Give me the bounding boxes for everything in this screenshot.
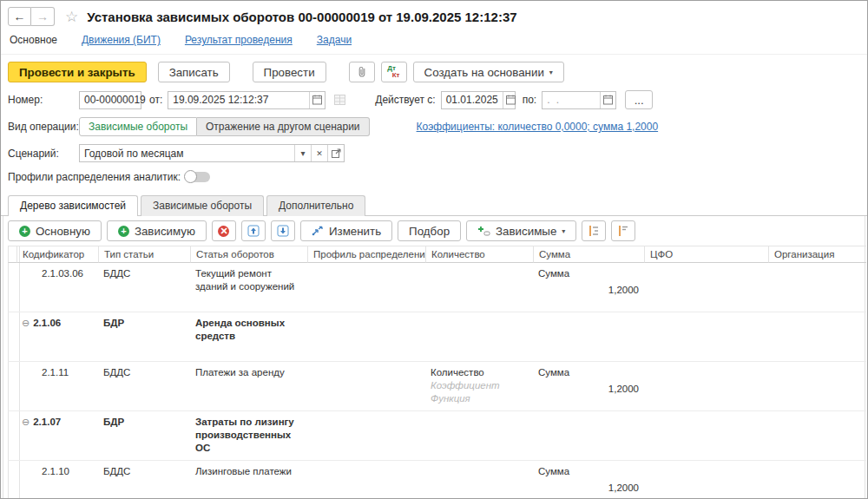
table-row[interactable]: ⊖2.1.06 БДР Аренда основных средств [8, 312, 866, 362]
save-button[interactable]: Записать [158, 62, 230, 82]
cfo-cell [644, 263, 768, 312]
valid-to-label: по: [523, 94, 537, 106]
scenario-label: Сценарий: [8, 148, 79, 160]
nav-link-tasks[interactable]: Задачи [317, 34, 352, 46]
dropdown-icon[interactable]: ▾ [294, 145, 311, 161]
tab-dependent-turnovers[interactable]: Зависимые обороты [141, 195, 264, 216]
column-header[interactable]: Кодификатор [16, 246, 98, 263]
document-window: ← → ☆ Установка зависимых оборотов 00-00… [0, 0, 868, 499]
table-header: Кодификатор Тип статьи Статья оборотов П… [8, 246, 866, 263]
document-date-field[interactable]: 19.09.2025 12:12:37 [168, 91, 326, 109]
number-field[interactable]: 00-00000019 [79, 91, 141, 109]
valid-to-field[interactable]: . . [542, 91, 616, 109]
favorite-star-icon[interactable]: ☆ [65, 8, 78, 26]
article-cell: Платежи за аренду [190, 362, 307, 411]
quantity-cell [425, 461, 533, 499]
tab-dependency-tree[interactable]: Дерево зависимостей [8, 195, 138, 216]
nav-item-main[interactable]: Основное [10, 34, 57, 46]
delete-icon: ✕ [218, 226, 229, 237]
nav-link-movements[interactable]: Движения (БИТ) [82, 34, 161, 46]
article-type-cell: БДДС [98, 461, 190, 499]
profiles-row: Профили распределения аналитик: [1, 165, 867, 186]
codifier-cell: 2.1.11 [16, 362, 98, 411]
back-arrow-icon: ← [14, 10, 26, 23]
column-header[interactable]: Сумма [533, 246, 644, 263]
table-row[interactable]: ⊖2.1.07 БДР Затраты по лизингу производс… [8, 411, 866, 461]
sum-cell [533, 312, 644, 362]
quantity-cell [425, 312, 533, 362]
page-title: Установка зависимых оборотов 00-00000019… [87, 10, 516, 24]
operation-row: Вид операции: Зависимые обороты Отражени… [1, 112, 867, 139]
column-header[interactable]: Организация [768, 246, 866, 263]
table-row[interactable]: 2.1.10 БДДС Лизинговые платежи Сумма 1,2… [8, 461, 866, 499]
forward-button[interactable]: → [31, 7, 55, 26]
organization-cell [768, 312, 866, 362]
calendar-icon[interactable] [503, 92, 518, 108]
calendar-icon[interactable] [600, 92, 615, 108]
calendar-icon[interactable] [309, 92, 325, 108]
organization-cell [768, 461, 866, 499]
command-bar: Провести и закрыть Записать Провести Дт … [1, 55, 867, 88]
register-grid-icon [334, 95, 345, 105]
chevron-down-icon: ▾ [562, 227, 565, 235]
scenario-combo[interactable]: Годовой по месяцам ▾ ✕ [79, 144, 345, 162]
column-header[interactable]: Количество [425, 246, 533, 263]
column-header[interactable]: Профиль распределения [307, 246, 425, 263]
cfo-cell [644, 362, 768, 411]
operation-option-dependent[interactable]: Зависимые обороты [79, 117, 197, 136]
article-cell: Текущий ремонт зданий и сооружений [190, 263, 307, 312]
add-dependent-button[interactable]: + Зависимую [107, 220, 207, 241]
tree-levels-icon [588, 225, 600, 237]
number-row: Номер: 00-00000019 от: 19.09.2025 12:12:… [1, 88, 867, 112]
dt-kt-register-button[interactable]: Дт Кт [381, 62, 407, 82]
article-cell: Лизинговые платежи [190, 461, 307, 499]
collapse-node-icon[interactable]: ⊖ [22, 417, 30, 427]
operation-option-other-scenario[interactable]: Отражение на другом сценарии [197, 117, 370, 136]
codifier-cell: ⊖2.1.06 [16, 312, 98, 362]
post-and-close-button[interactable]: Провести и закрыть [8, 62, 147, 82]
tab-additional[interactable]: Дополнительно [266, 195, 365, 216]
add-link-icon [477, 226, 490, 236]
collapse-node-icon[interactable]: ⊖ [22, 318, 30, 328]
organization-cell [768, 411, 866, 461]
move-down-button[interactable] [271, 220, 295, 241]
profile-cell [307, 411, 425, 461]
open-item-icon[interactable] [327, 145, 344, 161]
pick-button[interactable]: Подбор [398, 220, 461, 241]
coefficients-link[interactable]: Коэффициенты: количество 0,0000; сумма 1… [417, 121, 659, 133]
codifier-cell: ⊖2.1.07 [16, 411, 98, 461]
tree-level-collapse-button[interactable] [582, 220, 606, 241]
valid-from-field[interactable]: 01.01.2025 [441, 91, 516, 109]
delete-row-button[interactable]: ✕ [212, 220, 236, 241]
back-button[interactable]: ← [8, 7, 31, 26]
tree-level-expand-button[interactable] [611, 220, 635, 241]
post-button[interactable]: Провести [253, 62, 326, 82]
nav-link-posting-result[interactable]: Результат проведения [185, 34, 293, 46]
edit-button[interactable]: Изменить [300, 220, 392, 241]
column-header[interactable]: ЦФО [644, 246, 768, 263]
clear-icon[interactable]: ✕ [311, 145, 327, 161]
more-periods-button[interactable]: ... [625, 90, 653, 109]
organization-cell [768, 263, 866, 312]
cfo-cell [644, 411, 768, 461]
add-main-button[interactable]: + Основную [8, 220, 102, 241]
edit-arrows-icon [312, 226, 324, 236]
profile-cell [307, 362, 425, 411]
dependents-menu-button[interactable]: Зависимые ▾ [466, 220, 576, 241]
column-header[interactable]: Статья оборотов [190, 246, 307, 263]
column-header[interactable]: Тип статьи [98, 246, 190, 263]
move-up-button[interactable] [241, 220, 266, 241]
sum-cell: Сумма 1,2000 [533, 362, 644, 411]
article-type-cell: БДДС [98, 362, 190, 411]
create-based-on-button[interactable]: Создать на основании ▾ [413, 62, 564, 82]
article-type-cell: БДР [98, 312, 190, 362]
quantity-cell [425, 411, 533, 461]
profiles-toggle[interactable] [186, 172, 210, 182]
table-row[interactable]: 2.1.11 БДДС Платежи за аренду Количество… [8, 362, 866, 411]
codifier-cell: 2.1.10 [16, 461, 98, 499]
chevron-down-icon: ▾ [549, 69, 553, 76]
operation-switch: Зависимые обороты Отражение на другом сц… [79, 117, 370, 136]
table-row[interactable]: 2.1.03.06 БДДС Текущий ремонт зданий и с… [8, 263, 866, 312]
attachments-button[interactable] [349, 62, 375, 82]
forward-arrow-icon: → [36, 10, 49, 23]
